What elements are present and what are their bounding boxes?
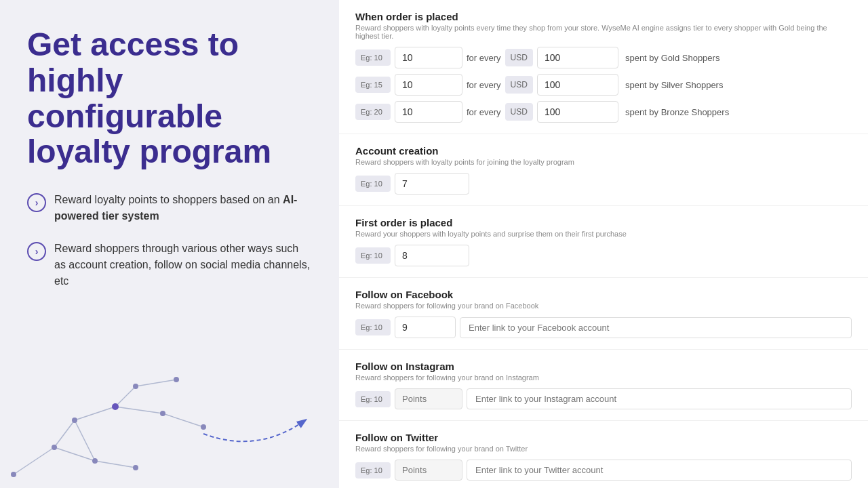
tier-label-gold: spent by Gold Shoppers bbox=[625, 53, 719, 63]
example-badge-account: Eg: 10 bbox=[355, 176, 391, 192]
amount-input-silver[interactable] bbox=[537, 74, 618, 96]
svg-point-14 bbox=[112, 403, 119, 410]
points-input-gold[interactable] bbox=[395, 47, 462, 68]
section-title-facebook: Follow on Facebook bbox=[355, 289, 852, 300]
reward-row-silver: Eg: 15 for every USD spent by Silver Sho… bbox=[355, 74, 852, 96]
section-title-account: Account creation bbox=[355, 145, 852, 157]
svg-line-8 bbox=[136, 380, 176, 386]
left-panel: Get access to highly configurable loyalt… bbox=[0, 0, 339, 488]
feature-item-1: › Reward loyalty points to shoppers base… bbox=[27, 192, 312, 224]
points-input-bronze[interactable] bbox=[395, 101, 462, 123]
section-subtitle-twitter: Reward shoppers for following your brand… bbox=[355, 445, 852, 453]
section-title-twitter: Follow on Twitter bbox=[355, 432, 852, 443]
section-twitter: Follow on Twitter Reward shoppers for fo… bbox=[339, 421, 868, 488]
section-facebook: Follow on Facebook Reward shoppers for f… bbox=[339, 278, 868, 350]
svg-line-0 bbox=[14, 447, 54, 474]
points-input-account[interactable] bbox=[395, 173, 469, 195]
section-when-order-placed: When order is placed Reward shoppers wit… bbox=[339, 0, 868, 134]
for-every-gold: for every bbox=[467, 53, 501, 63]
points-input-facebook[interactable] bbox=[395, 317, 456, 338]
social-row-facebook: Eg: 10 bbox=[355, 317, 852, 338]
section-instagram: Follow on Instagram Reward shoppers for … bbox=[339, 350, 868, 421]
svg-line-5 bbox=[95, 461, 136, 468]
reward-row-gold: Eg: 10 for every USD spent by Gold Shopp… bbox=[355, 47, 852, 68]
tier-label-bronze: spent by Bronze Shoppers bbox=[625, 107, 729, 117]
feature-text-2: Reward shoppers through various other wa… bbox=[54, 241, 312, 289]
section-account-creation: Account creation Reward shoppers with lo… bbox=[339, 134, 868, 206]
svg-point-12 bbox=[92, 458, 98, 464]
section-first-order: First order is placed Reward your shoppe… bbox=[339, 206, 868, 278]
facebook-url-input[interactable] bbox=[460, 317, 852, 338]
feature-text-1: Reward loyalty points to shoppers based … bbox=[54, 192, 312, 224]
example-badge-first-order: Eg: 10 bbox=[355, 247, 391, 264]
section-subtitle-facebook: Reward shoppers for following your brand… bbox=[355, 302, 852, 310]
example-badge-bronze: Eg: 20 bbox=[355, 104, 391, 120]
amount-input-gold[interactable] bbox=[537, 47, 618, 68]
right-panel: When order is placed Reward shoppers wit… bbox=[339, 0, 868, 488]
example-badge-gold: Eg: 10 bbox=[355, 49, 391, 66]
section-title-first-order: First order is placed bbox=[355, 217, 852, 228]
svg-line-9 bbox=[163, 413, 203, 427]
example-badge-twitter: Eg: 10 bbox=[355, 462, 391, 479]
chevron-right-icon: › bbox=[27, 193, 46, 212]
network-decoration bbox=[0, 352, 339, 488]
svg-point-16 bbox=[160, 411, 165, 416]
svg-point-17 bbox=[133, 384, 138, 389]
points-input-silver[interactable] bbox=[395, 74, 462, 96]
svg-line-6 bbox=[115, 407, 163, 413]
currency-badge-gold: USD bbox=[505, 49, 533, 66]
for-every-silver: for every bbox=[467, 80, 501, 90]
for-every-bronze: for every bbox=[467, 107, 501, 117]
example-badge-instagram: Eg: 10 bbox=[355, 391, 391, 407]
section-subtitle-first-order: Reward your shoppers with loyalty points… bbox=[355, 230, 852, 238]
points-input-twitter[interactable] bbox=[395, 460, 462, 481]
social-row-instagram: Eg: 10 bbox=[355, 388, 852, 409]
svg-line-7 bbox=[115, 386, 136, 407]
reward-row-bronze: Eg: 20 for every USD spent by Bronze Sho… bbox=[355, 101, 852, 123]
section-subtitle-account: Reward shoppers with loyalty points for … bbox=[355, 158, 852, 166]
points-input-first-order[interactable] bbox=[395, 245, 469, 266]
section-title-instagram: Follow on Instagram bbox=[355, 361, 852, 372]
social-row-twitter: Eg: 10 bbox=[355, 460, 852, 481]
svg-point-13 bbox=[72, 418, 77, 423]
tier-label-silver: spent by Silver Shoppers bbox=[625, 80, 724, 90]
section-subtitle-instagram: Reward shoppers for following your brand… bbox=[355, 373, 852, 382]
section-title-when-order: When order is placed bbox=[355, 11, 852, 22]
svg-point-15 bbox=[133, 465, 138, 470]
reward-row-account: Eg: 10 bbox=[355, 173, 852, 195]
example-badge-silver: Eg: 15 bbox=[355, 77, 391, 93]
svg-point-10 bbox=[11, 472, 16, 477]
reward-row-first-order: Eg: 10 bbox=[355, 245, 852, 266]
svg-point-11 bbox=[52, 445, 57, 450]
example-badge-facebook: Eg: 10 bbox=[355, 319, 391, 336]
svg-point-19 bbox=[201, 424, 206, 430]
feature-item-2: › Reward shoppers through various other … bbox=[27, 241, 312, 289]
hero-title: Get access to highly configurable loyalt… bbox=[27, 27, 312, 170]
svg-line-3 bbox=[75, 407, 115, 420]
amount-input-bronze[interactable] bbox=[537, 101, 618, 123]
section-subtitle-when-order: Reward shoppers with loyalty points ever… bbox=[355, 24, 852, 40]
instagram-url-input[interactable] bbox=[467, 388, 852, 409]
chevron-right-icon-2: › bbox=[27, 242, 46, 261]
svg-line-2 bbox=[54, 420, 75, 447]
twitter-url-input[interactable] bbox=[467, 460, 852, 481]
svg-point-18 bbox=[174, 377, 179, 382]
currency-badge-bronze: USD bbox=[505, 103, 533, 121]
currency-badge-silver: USD bbox=[505, 76, 533, 94]
points-input-instagram[interactable] bbox=[395, 388, 462, 409]
